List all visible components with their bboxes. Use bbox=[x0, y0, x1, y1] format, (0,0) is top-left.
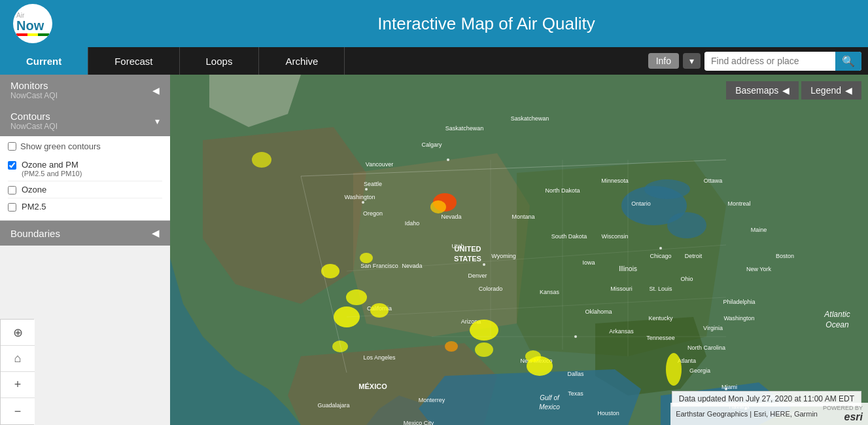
svg-text:Oklahoma: Oklahoma bbox=[585, 308, 612, 315]
esri-powered-by: POWERED BY bbox=[823, 405, 863, 411]
logo-area: Air Now bbox=[13, 4, 118, 43]
contours-header[interactable]: Contours NowCast AQI ▾ bbox=[0, 105, 170, 136]
svg-point-71 bbox=[430, 200, 446, 213]
map-top-right-controls: Basemaps ◀ Legend ◀ bbox=[726, 81, 861, 100]
legend-chevron: ◀ bbox=[845, 85, 852, 96]
contour-checkbox-0[interactable] bbox=[8, 161, 16, 170]
svg-point-85 bbox=[365, 188, 368, 191]
gps-tool-button[interactable]: ⊕ bbox=[1, 320, 35, 346]
svg-point-91 bbox=[725, 388, 727, 390]
svg-text:Vancouver: Vancouver bbox=[366, 161, 393, 168]
monitors-header[interactable]: Monitors NowCast AQI ◀ bbox=[0, 75, 170, 105]
contour-label-2: PM2.5 bbox=[22, 202, 46, 212]
svg-text:Calgary: Calgary bbox=[421, 141, 442, 148]
svg-text:Nevada: Nevada bbox=[402, 263, 422, 269]
basemaps-label: Basemaps bbox=[735, 85, 778, 96]
search-button[interactable]: 🔍 bbox=[835, 52, 861, 71]
svg-point-4 bbox=[644, 179, 690, 199]
contour-checkbox-1[interactable] bbox=[8, 186, 16, 194]
tab-current[interactable]: Current bbox=[0, 47, 88, 75]
monitors-title: Monitors bbox=[10, 80, 48, 91]
zoom-out-button[interactable]: − bbox=[1, 398, 35, 424]
svg-text:Saskatchewan: Saskatchewan bbox=[511, 115, 549, 122]
map-tools: ⊕ ⌂ + − bbox=[0, 319, 34, 425]
svg-point-72 bbox=[321, 264, 339, 278]
svg-text:St. Louis: St. Louis bbox=[649, 286, 672, 292]
esri-credit: Earthstar Geographics | Esri, HERE, Garm… bbox=[670, 403, 868, 425]
contour-option-2: PM2.5 bbox=[8, 198, 162, 215]
tab-archive[interactable]: Archive bbox=[259, 47, 345, 75]
svg-text:Minnesota: Minnesota bbox=[601, 177, 629, 184]
boundaries-header[interactable]: Boundaries ◀ bbox=[0, 221, 170, 246]
contour-label-0: Ozone and PM bbox=[22, 160, 78, 170]
svg-text:Virginia: Virginia bbox=[703, 325, 723, 331]
basemaps-button[interactable]: Basemaps ◀ bbox=[726, 81, 799, 100]
dropdown-button[interactable]: ▾ bbox=[683, 53, 701, 69]
svg-text:Wyoming: Wyoming bbox=[491, 253, 515, 259]
svg-text:Miami: Miami bbox=[721, 384, 737, 390]
svg-text:Idaho: Idaho bbox=[405, 220, 420, 227]
contours-title: Contours bbox=[10, 111, 50, 122]
esri-logo: esri bbox=[844, 411, 863, 423]
svg-text:Ottawa: Ottawa bbox=[704, 177, 723, 184]
contours-chevron: ▾ bbox=[155, 116, 160, 126]
search-input[interactable] bbox=[704, 52, 835, 69]
tab-forecast[interactable]: Forecast bbox=[88, 47, 179, 75]
svg-text:Texas: Texas bbox=[568, 390, 583, 397]
svg-point-84 bbox=[666, 353, 682, 386]
home-tool-button[interactable]: ⌂ bbox=[1, 346, 35, 372]
svg-point-86 bbox=[362, 201, 364, 204]
svg-text:Utah: Utah bbox=[451, 243, 464, 249]
monitors-subtitle: NowCast AQI bbox=[10, 91, 58, 100]
map-area[interactable]: UNITED STATES MÉXICO Illinois Ontario Mo… bbox=[170, 75, 868, 425]
esri-credit-text: Earthstar Geographics | Esri, HERE, Garm… bbox=[676, 410, 818, 418]
svg-point-73 bbox=[360, 253, 373, 263]
nav-right-controls: Info ▾ 🔍 bbox=[648, 47, 868, 75]
map-background: UNITED STATES MÉXICO Illinois Ontario Mo… bbox=[170, 75, 868, 425]
svg-text:Los Angeles: Los Angeles bbox=[363, 354, 396, 361]
svg-text:STATES: STATES bbox=[454, 255, 481, 263]
svg-text:Ocean: Ocean bbox=[825, 320, 849, 329]
zoom-in-button[interactable]: + bbox=[1, 372, 35, 398]
legend-button[interactable]: Legend ◀ bbox=[801, 81, 861, 100]
contour-checkbox-2[interactable] bbox=[8, 203, 16, 212]
svg-text:North Carolina: North Carolina bbox=[687, 344, 725, 351]
basemaps-chevron: ◀ bbox=[782, 85, 790, 96]
svg-point-74 bbox=[346, 289, 367, 305]
contour-option-1: Ozone bbox=[8, 181, 162, 198]
svg-text:Gulf of: Gulf of bbox=[540, 394, 560, 401]
svg-text:Tennessee: Tennessee bbox=[646, 335, 675, 341]
svg-text:Seattle: Seattle bbox=[364, 181, 382, 187]
contours-subtitle: NowCast AQI bbox=[10, 122, 58, 131]
show-green-label: Show green contours bbox=[20, 141, 101, 151]
contour-label-1: Ozone bbox=[22, 185, 46, 194]
svg-text:Boston: Boston bbox=[776, 253, 794, 259]
svg-point-83 bbox=[252, 152, 271, 168]
svg-text:Iowa: Iowa bbox=[582, 259, 595, 266]
navbar: Current Forecast Loops Archive Info ▾ 🔍 bbox=[0, 47, 868, 75]
svg-text:Georgia: Georgia bbox=[689, 367, 710, 374]
svg-point-3 bbox=[667, 212, 706, 238]
svg-point-79 bbox=[475, 342, 493, 357]
svg-text:Detroit: Detroit bbox=[685, 253, 703, 259]
svg-text:Atlantic: Atlantic bbox=[824, 310, 850, 319]
svg-text:Monterrey: Monterrey bbox=[419, 397, 445, 403]
svg-text:Arkansas: Arkansas bbox=[609, 328, 634, 335]
svg-text:Chicago: Chicago bbox=[650, 253, 671, 259]
show-green-checkbox[interactable] bbox=[8, 142, 16, 151]
boundaries-title: Boundaries bbox=[10, 228, 60, 239]
main-area: Monitors NowCast AQI ◀ Contours NowCast … bbox=[0, 75, 868, 425]
svg-text:Mexico City: Mexico City bbox=[404, 420, 434, 425]
info-button[interactable]: Info bbox=[648, 53, 679, 69]
contours-body: Show green contours Ozone and PM (PM2.5 … bbox=[0, 136, 170, 221]
svg-text:Houston: Houston bbox=[597, 410, 619, 416]
svg-text:Kansas: Kansas bbox=[540, 289, 560, 295]
svg-text:South Dakota: South Dakota bbox=[551, 233, 587, 240]
tab-loops[interactable]: Loops bbox=[180, 47, 260, 75]
svg-point-77 bbox=[370, 303, 389, 318]
svg-text:Washington: Washington bbox=[723, 315, 754, 322]
logo: Air Now bbox=[13, 4, 52, 43]
svg-point-90 bbox=[659, 247, 662, 249]
search-container: 🔍 bbox=[704, 52, 861, 71]
page-title: Interactive Map of Air Quality bbox=[118, 14, 855, 34]
